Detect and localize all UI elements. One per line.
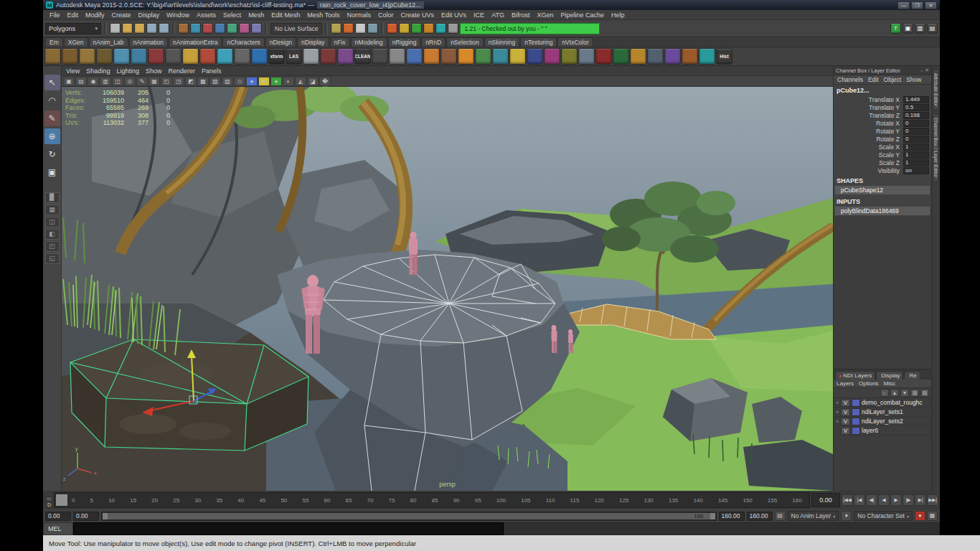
safe-action-icon[interactable]: ▧ <box>209 77 221 86</box>
amber-tool-icon[interactable] <box>630 48 646 65</box>
rotate-tool[interactable]: ↻ <box>44 146 60 162</box>
panel-menu-item[interactable]: Panels <box>202 67 222 75</box>
rust-tool-icon[interactable] <box>682 48 698 65</box>
snap-view-plane-icon[interactable] <box>251 23 262 34</box>
move-tool[interactable]: ⊕ <box>44 128 60 144</box>
shelf-tab[interactable]: nFix <box>330 37 350 47</box>
channel-box-tab[interactable]: Channel Box / Layer Editor <box>933 113 939 182</box>
select-camera-icon[interactable]: ▣ <box>63 77 75 86</box>
purple-tool-icon[interactable] <box>337 48 354 65</box>
2d-pan-zoom-icon[interactable]: ◎ <box>124 77 136 86</box>
red-transform-icon[interactable] <box>199 48 216 65</box>
status-divider[interactable] <box>381 23 384 34</box>
shelf-tab[interactable]: nAnimation <box>129 37 169 47</box>
move-layer-up-icon[interactable]: ▲ <box>890 389 899 397</box>
channel-value-field[interactable]: 1.449 <box>903 96 929 103</box>
gate-mask-icon[interactable]: ◩ <box>185 77 197 86</box>
green-tool-icon[interactable] <box>475 48 491 65</box>
package-icon[interactable] <box>423 23 434 34</box>
construction-history-icon[interactable] <box>331 23 341 34</box>
layer-color-swatch[interactable] <box>852 427 860 435</box>
channel-value-field[interactable]: 0.198 <box>903 112 929 119</box>
layer-row[interactable]: V layer6 <box>834 426 931 435</box>
animation-end-field[interactable]: 160.00 <box>747 512 773 521</box>
channel-box-header[interactable]: Channel Box / Layer Editor ▫ ✕ <box>834 66 931 75</box>
shelf-tab[interactable]: nAnim_Lab <box>89 37 128 47</box>
move-layer-down-icon[interactable]: ▼ <box>900 389 909 397</box>
panel-menu-item[interactable]: Show <box>146 67 162 75</box>
panel-menu-item[interactable]: View <box>66 67 80 75</box>
status-divider[interactable] <box>325 23 328 34</box>
orange-character-icon[interactable] <box>423 48 440 65</box>
deform-icon[interactable] <box>148 48 164 65</box>
xray-icon[interactable]: �様 <box>319 77 331 86</box>
channel-name[interactable]: Translate Z <box>836 112 903 119</box>
snap-curve-icon[interactable] <box>227 23 237 34</box>
surfaces-icon[interactable] <box>131 48 147 65</box>
shelf-tab[interactable]: Em <box>45 37 63 47</box>
shelf-tab[interactable]: XGen <box>64 37 88 47</box>
shelf-tab[interactable]: nVtxColor <box>557 37 593 47</box>
grid-icon[interactable]: ▦ <box>149 77 160 86</box>
mel-label[interactable]: MEL <box>43 522 73 535</box>
blue-character-icon[interactable] <box>406 48 423 65</box>
safe-title-icon[interactable]: ▨ <box>222 77 233 86</box>
camera-attributes-icon[interactable]: ◉ <box>88 77 99 86</box>
shelf-tab[interactable]: nSkinning <box>484 37 519 47</box>
close-button[interactable]: ✕ <box>925 1 937 9</box>
shelf-tab[interactable]: nDesign <box>265 37 296 47</box>
olive-tool-icon[interactable] <box>561 48 578 65</box>
shelf-tab[interactable]: nTexturing <box>520 37 557 47</box>
paint-select-tool[interactable]: ✎ <box>44 110 60 126</box>
range-slider-range[interactable]: 160 <box>103 513 715 519</box>
navy-tool-icon[interactable] <box>527 48 543 65</box>
menu-item[interactable]: Modify <box>82 11 108 19</box>
maximize-button[interactable]: ❐ <box>911 1 923 9</box>
play-forwards-button[interactable]: ▶ <box>890 494 902 506</box>
pin-icon[interactable]: ▫ <box>921 68 923 73</box>
yellow-arrows-icon[interactable] <box>182 48 199 65</box>
minimize-button[interactable]: — <box>897 1 910 9</box>
menu-set-selector[interactable]: Polygons ▾ <box>45 23 101 34</box>
channel-value-field[interactable]: 0 <box>903 120 929 127</box>
wireframe-mode-icon[interactable]: ◇ <box>234 77 245 86</box>
show-toolbox-icon[interactable]: T <box>890 23 901 34</box>
poly-cube-icon[interactable] <box>62 48 78 65</box>
forest-tool-icon[interactable] <box>613 48 629 65</box>
refresh-icon[interactable] <box>435 23 446 34</box>
two-pane-side-layout-button[interactable]: ◧ <box>45 229 60 240</box>
channel-name[interactable]: Rotate X <box>836 120 903 127</box>
lasso-select-tool[interactable]: ◠ <box>44 93 60 108</box>
shadows-icon[interactable]: ◐ <box>283 77 294 86</box>
close-icon[interactable]: ✕ <box>925 67 929 73</box>
play-backwards-button[interactable]: ◀ <box>878 494 890 506</box>
time-slider-left-controls[interactable]: D <box>44 491 54 509</box>
four-pane-layout-button[interactable]: ▦ <box>45 204 60 215</box>
gray-tool-icon[interactable] <box>234 48 250 65</box>
no-live-surface-field[interactable]: No Live Surface <box>270 23 322 34</box>
constrain-icon[interactable] <box>165 48 182 65</box>
shelf-tab[interactable]: nDisplay <box>297 37 329 47</box>
display-tab[interactable]: Display <box>876 371 903 380</box>
ipr-render-icon[interactable] <box>355 23 366 34</box>
playback-start-field[interactable]: 0.00 <box>73 512 99 521</box>
status-divider[interactable] <box>172 23 175 34</box>
menu-item[interactable]: Create UVs <box>397 11 438 19</box>
playback-end-field[interactable]: 160.00 <box>719 512 745 521</box>
layer-editor-menu-item[interactable]: Layers <box>837 380 854 387</box>
menu-item[interactable]: Normals <box>344 11 375 19</box>
yellow-sphere-icon[interactable] <box>509 48 526 65</box>
channel-value-field[interactable]: 1 <box>903 159 929 166</box>
layer-visibility-toggle[interactable]: V <box>841 427 850 435</box>
channel-value-field[interactable]: 0.5 <box>903 104 929 111</box>
violet-tool-icon[interactable] <box>664 48 681 65</box>
range-end-handle[interactable] <box>710 513 715 519</box>
poly-plane-icon[interactable] <box>96 48 113 65</box>
layer-color-swatch[interactable] <box>852 399 860 407</box>
brown-tool-icon[interactable] <box>440 48 457 65</box>
select-object-icon[interactable] <box>190 23 201 34</box>
channel-value-field[interactable]: 0 <box>903 128 929 135</box>
input-node-name[interactable]: polyBlindData186469 <box>835 207 930 215</box>
all-lights-icon[interactable]: ● <box>258 77 270 86</box>
snap-point-icon[interactable] <box>239 23 250 34</box>
